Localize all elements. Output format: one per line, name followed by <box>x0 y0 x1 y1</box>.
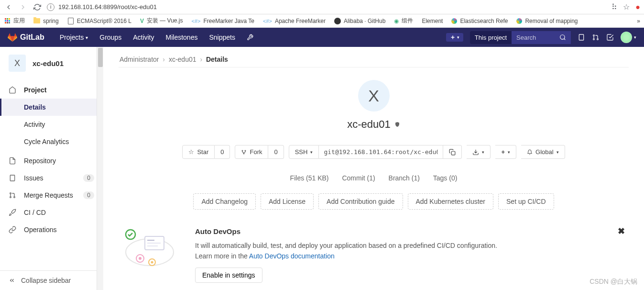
copy-icon <box>449 149 456 156</box>
address-bar[interactable]: i 192.168.101.64:8899/root/xc-edu01 <box>47 3 607 11</box>
search-input[interactable] <box>512 31 555 44</box>
stat-tags[interactable]: Tags (0) <box>433 174 458 182</box>
sidebar-item-mr[interactable]: Merge Requests0 <box>0 187 103 204</box>
menu-icon[interactable]: ● <box>635 3 640 11</box>
gitlab-icon <box>8 33 17 42</box>
add-button[interactable]: +▾ <box>495 145 516 159</box>
search-scope[interactable]: This project <box>470 31 512 44</box>
gitlab-logo[interactable]: GitLab <box>8 33 44 42</box>
chevron-down-icon: ▾ <box>86 35 88 40</box>
project-avatar: X <box>9 55 26 72</box>
caret-down-icon: ▾ <box>508 150 510 155</box>
nav-snippets[interactable]: Snippets <box>203 33 240 41</box>
search-button[interactable] <box>555 31 571 44</box>
collapse-sidebar[interactable]: Collapse sidebar <box>0 270 103 290</box>
fork-button[interactable]: Fork <box>235 145 268 159</box>
rocket-icon <box>9 209 16 216</box>
devops-link[interactable]: Auto DevOps documentation <box>249 252 335 260</box>
suggest-row: Add Changelog Add License Add Contributi… <box>103 189 644 219</box>
user-menu[interactable]: ▾ <box>621 32 636 43</box>
spring-bookmark[interactable]: spring <box>33 18 59 24</box>
caret-down-icon: ▾ <box>482 150 484 155</box>
browser-toolbar: i 192.168.101.64:8899/root/xc-edu01 ⠷ ☆ … <box>0 0 644 14</box>
sidebar-item-cycle[interactable]: Cycle Analytics <box>0 133 103 150</box>
url-text: 192.168.101.64:8899/root/xc-edu01 <box>58 3 157 11</box>
removal-bookmark[interactable]: Removal of mapping <box>516 18 578 24</box>
copy-button[interactable] <box>443 145 462 159</box>
freemarker2-bookmark[interactable]: <#>Apache FreeMarker <box>263 18 326 24</box>
devops-text: Auto DevOps It will automatically build,… <box>195 226 629 283</box>
element-bookmark[interactable]: Element <box>422 18 443 24</box>
sidebar-item-cicd[interactable]: CI / CD <box>0 204 103 221</box>
nav-projects[interactable]: Projects▾ <box>54 33 94 41</box>
chevron-down-icon: ▾ <box>634 35 636 40</box>
protocol-button[interactable]: SSH▾ <box>289 145 319 159</box>
apps-bookmark[interactable]: 应用 <box>4 17 25 25</box>
stat-branch[interactable]: Branch (1) <box>389 174 420 182</box>
issues-icon[interactable] <box>578 33 585 41</box>
clone-group: SSH▾ <box>289 145 462 159</box>
stat-commit[interactable]: Commit (1) <box>342 174 375 182</box>
mr-icon[interactable] <box>592 33 600 41</box>
vue-bookmark[interactable]: V安装 — Vue.js <box>140 17 183 25</box>
star-icon[interactable]: ☆ <box>623 2 630 11</box>
hero-avatar: X <box>358 80 390 112</box>
enable-settings-button[interactable]: Enable in settings <box>195 268 262 283</box>
download-group: ▾ <box>467 145 491 159</box>
plus-icon: + <box>501 148 505 156</box>
freemarker1-bookmark[interactable]: <#>FreeMarker Java Te <box>192 18 254 24</box>
star-count[interactable]: 0 <box>215 145 230 159</box>
add-contrib-button[interactable]: Add Contribution guide <box>318 193 403 210</box>
add-changelog-button[interactable]: Add Changelog <box>193 193 256 210</box>
sidebar-project-head[interactable]: X xc-edu01 <box>0 47 103 79</box>
notify-button[interactable]: Global▾ <box>521 145 565 159</box>
page-title: xc-edu01 <box>103 118 644 131</box>
new-button[interactable]: ▾ <box>446 33 463 42</box>
nav-admin[interactable] <box>241 34 259 41</box>
close-icon[interactable]: ✖ <box>618 226 625 236</box>
svg-point-6 <box>593 39 595 40</box>
add-k8s-button[interactable]: Add Kubernetes cluster <box>408 193 494 210</box>
action-row: ☆Star 0 Fork 0 SSH▾ ▾ +▾ Global▾ <box>103 138 644 166</box>
svg-rect-15 <box>452 151 456 155</box>
download-button[interactable]: ▾ <box>467 145 491 159</box>
breadcrumb: Administrator › xc-edu01 › Details <box>119 47 629 67</box>
star-group: ☆Star 0 <box>182 145 230 159</box>
ecma-bookmark[interactable]: ECMAScript® 2016 L <box>67 18 131 24</box>
mr-icon <box>9 191 16 199</box>
sidebar-item-activity[interactable]: Activity <box>0 116 103 133</box>
nav-groups[interactable]: Groups <box>94 33 127 41</box>
elastic-bookmark[interactable]: Elasticsearch Refe <box>451 18 508 24</box>
zujian-bookmark[interactable]: ◉组件 <box>394 17 413 25</box>
gitlab-header: GitLab Projects▾ Groups Activity Milesto… <box>0 28 644 47</box>
setup-cicd-button[interactable]: Set up CI/CD <box>498 193 554 210</box>
mr-count: 0 <box>83 191 94 199</box>
sidebar-item-details[interactable]: Details <box>0 99 103 116</box>
sidebar-item-operations[interactable]: Operations <box>0 221 103 238</box>
vue-icon: V <box>140 18 144 24</box>
back-button[interactable] <box>4 2 13 12</box>
bookmarks-overflow[interactable]: » <box>637 18 640 24</box>
stat-files[interactable]: Files (51 KB) <box>290 174 329 182</box>
reload-button[interactable] <box>33 2 42 12</box>
translate-icon[interactable]: ⠷ <box>611 2 617 11</box>
nav-activity[interactable]: Activity <box>127 33 160 41</box>
alibaba-bookmark[interactable]: Alibaba · GitHub <box>334 18 385 24</box>
fork-count[interactable]: 0 <box>268 145 284 159</box>
forward-button[interactable] <box>18 2 28 12</box>
bc-owner[interactable]: Administrator <box>120 56 159 63</box>
sidebar-item-repository[interactable]: Repository <box>0 152 103 169</box>
sidebar-scrollbar[interactable] <box>97 47 103 290</box>
todos-icon[interactable] <box>606 33 614 41</box>
sidebar-item-issues[interactable]: Issues0 <box>0 169 103 187</box>
bc-project[interactable]: xc-edu01 <box>169 56 196 63</box>
cube-icon: ◉ <box>394 18 399 24</box>
notify-group: Global▾ <box>521 145 565 159</box>
star-button[interactable]: ☆Star <box>182 145 215 159</box>
file-icon <box>68 18 74 24</box>
nav-milestones[interactable]: Milestones <box>160 33 204 41</box>
sidebar-item-project[interactable]: Project <box>0 81 103 99</box>
add-license-button[interactable]: Add License <box>261 193 314 210</box>
clone-url-input[interactable] <box>319 145 443 159</box>
doc-icon <box>9 157 16 165</box>
